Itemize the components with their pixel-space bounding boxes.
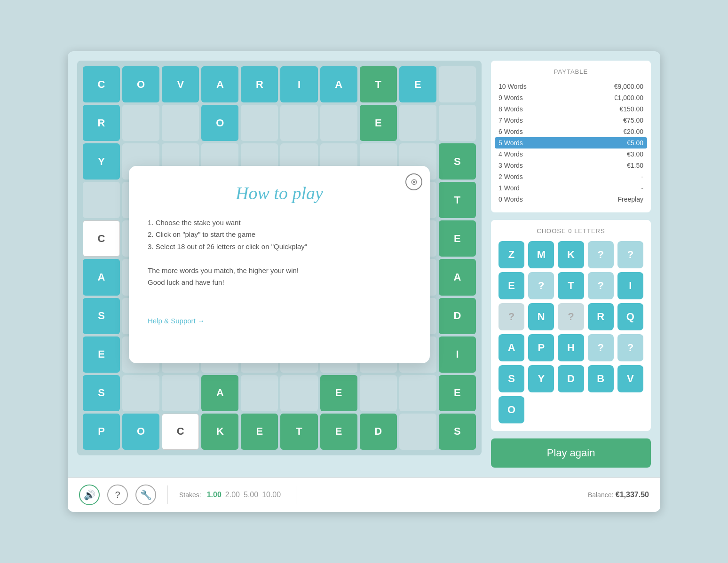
letter-button[interactable]: B: [588, 365, 614, 392]
letter-button[interactable]: K: [558, 241, 584, 268]
modal-close-button[interactable]: ⊗: [405, 173, 422, 190]
paytable-row: 3 Words€1.50: [499, 160, 643, 171]
letter-button[interactable]: E: [499, 272, 524, 299]
paytable-row: 9 Words€1,000.00: [499, 92, 643, 103]
letters-grid: ZMK??E?T?I?N?RQAPH??SYDBVO: [499, 241, 643, 423]
letter-button[interactable]: R: [588, 303, 614, 330]
letter-button[interactable]: M: [528, 241, 554, 268]
paytable-row-label: 10 Words: [499, 83, 527, 90]
letter-button[interactable]: A: [499, 334, 524, 361]
paytable-row: 10 Words€9,000.00: [499, 81, 643, 92]
instruction-2: 2. Click on "play" to start the game: [148, 228, 411, 241]
paytable-row-value: -: [641, 173, 643, 180]
paytable-row-value: €3.00: [627, 150, 643, 158]
paytable: PAYTABLE 10 Words€9,000.009 Words€1,000.…: [491, 61, 651, 212]
question-icon: ?: [115, 490, 120, 500]
modal-title: How to play: [148, 183, 411, 203]
paytable-row-label: 1 Word: [499, 184, 520, 192]
paytable-row-label: 2 Words: [499, 173, 523, 180]
wrench-icon: 🔧: [140, 489, 152, 500]
modal-footer: Help & Support →: [148, 317, 411, 325]
paytable-row: 6 Words€20.00: [499, 126, 643, 137]
divider-2: [296, 485, 296, 504]
bottom-bar: 🔊 ? 🔧 Stakes: 1.002.005.0010.00 Balance:…: [68, 477, 660, 512]
letter-button[interactable]: O: [499, 396, 524, 423]
sound-icon: 🔊: [84, 489, 95, 500]
close-icon: ⊗: [411, 177, 418, 187]
letter-button[interactable]: Y: [528, 365, 554, 392]
modal-overlay: ⊗ How to play 1. Choose the stake you wa…: [77, 61, 482, 468]
letter-button[interactable]: ?: [558, 303, 584, 330]
paytable-row-value: €5.00: [627, 139, 643, 147]
letter-button[interactable]: Z: [499, 241, 524, 268]
letter-button[interactable]: ?: [588, 334, 614, 361]
letter-button[interactable]: T: [558, 272, 584, 299]
right-panel: PAYTABLE 10 Words€9,000.009 Words€1,000.…: [491, 61, 651, 468]
paytable-rows: 10 Words€9,000.009 Words€1,000.008 Words…: [499, 81, 643, 205]
help-support-link[interactable]: Help & Support →: [148, 317, 205, 325]
paytable-row-label: 5 Words: [499, 139, 523, 147]
main-area: COVARIATEROEYSTCEAASDEISAEEPOCKETEDS ⊗ H…: [68, 51, 660, 477]
paytable-row-label: 4 Words: [499, 150, 523, 158]
letter-button[interactable]: ?: [588, 272, 614, 299]
paytable-row-label: 9 Words: [499, 94, 523, 102]
balance-label: Balance:: [588, 491, 613, 499]
letter-button[interactable]: V: [617, 365, 643, 392]
paytable-row-label: 6 Words: [499, 128, 523, 135]
letter-button[interactable]: ?: [528, 272, 554, 299]
stakes-list: 1.002.005.0010.00: [207, 491, 285, 499]
stake-option[interactable]: 2.00: [225, 491, 240, 499]
balance-section: Balance: €1,337.50: [588, 491, 649, 499]
paytable-row-value: -: [641, 184, 643, 192]
letter-button[interactable]: D: [558, 365, 584, 392]
paytable-row: 5 Words€5.00: [495, 137, 647, 149]
paytable-row-label: 7 Words: [499, 117, 523, 124]
help-button[interactable]: ?: [107, 485, 128, 505]
paytable-row: 7 Words€75.00: [499, 115, 643, 126]
letter-button[interactable]: P: [528, 334, 554, 361]
paytable-row-label: 0 Words: [499, 195, 523, 203]
letter-button[interactable]: N: [528, 303, 554, 330]
paytable-row-value: Freeplay: [618, 195, 643, 203]
instruction-1: 1. Choose the stake you want: [148, 217, 411, 229]
paytable-row: 4 Words€3.00: [499, 149, 643, 160]
stakes-label: Stakes:: [179, 491, 201, 499]
letter-button[interactable]: ?: [499, 303, 524, 330]
board-section: COVARIATEROEYSTCEAASDEISAEEPOCKETEDS ⊗ H…: [77, 61, 482, 468]
balance-amount: €1,337.50: [616, 491, 649, 499]
letter-button[interactable]: ?: [617, 241, 643, 268]
stake-option[interactable]: 1.00: [207, 491, 222, 499]
how-to-play-modal: ⊗ How to play 1. Choose the stake you wa…: [129, 166, 430, 363]
letter-button[interactable]: I: [617, 272, 643, 299]
divider-1: [167, 485, 168, 504]
paytable-row: 8 Words€150.00: [499, 103, 643, 115]
paytable-row-value: €1,000.00: [614, 94, 643, 102]
paytable-title: PAYTABLE: [499, 68, 643, 75]
extra-text: The more words you match, the higher you…: [148, 265, 411, 289]
play-again-button[interactable]: Play again: [491, 438, 651, 468]
letter-button[interactable]: S: [499, 365, 524, 392]
stake-option[interactable]: 5.00: [244, 491, 258, 499]
paytable-row-value: €20.00: [623, 128, 643, 135]
paytable-row-label: 8 Words: [499, 105, 523, 113]
letters-title: CHOOSE 0 LETTERS: [499, 227, 643, 235]
letter-button[interactable]: ?: [588, 241, 614, 268]
paytable-row: 1 Word-: [499, 182, 643, 194]
sound-button[interactable]: 🔊: [79, 485, 100, 505]
letter-button[interactable]: ?: [617, 334, 643, 361]
paytable-row-value: €1.50: [627, 162, 643, 169]
paytable-row: 2 Words-: [499, 171, 643, 182]
paytable-row-value: €75.00: [623, 117, 643, 124]
letter-button[interactable]: Q: [617, 303, 643, 330]
stake-option[interactable]: 10.00: [262, 491, 281, 499]
stakes-section: Stakes: 1.002.005.0010.00: [179, 491, 285, 499]
modal-instructions: 1. Choose the stake you want 2. Click on…: [148, 217, 411, 289]
app-container: COVARIATEROEYSTCEAASDEISAEEPOCKETEDS ⊗ H…: [68, 51, 660, 512]
settings-button[interactable]: 🔧: [135, 485, 156, 505]
instruction-3: 3. Select 18 out of 26 letters or click …: [148, 241, 411, 253]
letter-button[interactable]: H: [558, 334, 584, 361]
paytable-row: 0 WordsFreeplay: [499, 194, 643, 205]
paytable-row-label: 3 Words: [499, 162, 523, 169]
paytable-row-value: €9,000.00: [614, 83, 643, 90]
letters-section: CHOOSE 0 LETTERS ZMK??E?T?I?N?RQAPH??SYD…: [491, 220, 651, 431]
